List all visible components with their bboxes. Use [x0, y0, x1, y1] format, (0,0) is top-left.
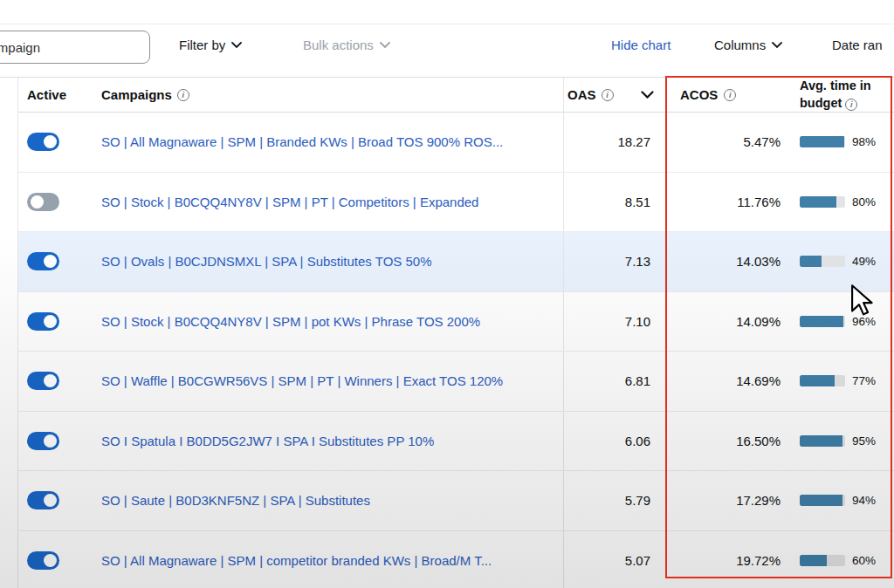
active-cell — [18, 252, 88, 270]
campaign-cell: SO | Stock | B0CQQ4NY8V | SPM | pot KWs … — [88, 292, 564, 352]
info-icon[interactable]: i — [177, 89, 189, 101]
date-range-dropdown[interactable]: Date ran — [832, 38, 883, 52]
search-input[interactable] — [0, 31, 150, 64]
active-cell — [18, 491, 88, 509]
table-row[interactable]: SO | Ovals | B0CJDNSMXL | SPA | Substitu… — [18, 232, 894, 292]
campaign-link[interactable]: SO | All Magnaware | SPM | competitor br… — [101, 553, 492, 568]
roas-value: 5.79 — [564, 493, 666, 508]
budget-cell: 60% — [791, 554, 894, 567]
campaign-link[interactable]: SO | Stock | B0CQQ4NY8V | SPM | PT | Com… — [101, 195, 478, 209]
budget-cell: 98% — [791, 135, 894, 148]
active-cell — [18, 193, 88, 211]
active-cell — [18, 372, 88, 390]
budget-bar — [800, 256, 845, 267]
roas-value: 8.51 — [564, 195, 666, 209]
roas-value: 18.27 — [564, 134, 666, 149]
header-active: Active — [18, 87, 88, 102]
header-campaigns: Campaigns i — [88, 78, 564, 112]
budget-percent: 94% — [852, 494, 876, 507]
campaign-link[interactable]: SO | Stock | B0CQQ4NY8V | SPM | pot KWs … — [101, 314, 480, 329]
campaign-active-toggle[interactable] — [27, 432, 59, 450]
campaign-link[interactable]: SO | All Magnaware | SPM | Branded KWs |… — [101, 134, 503, 149]
roas-value: 6.06 — [564, 434, 666, 448]
header-avg-time-in-budget[interactable]: Avg. time in budget i — [791, 78, 894, 112]
active-cell — [18, 133, 88, 151]
budget-bar-fill — [800, 555, 827, 566]
columns-label: Columns — [714, 38, 766, 52]
budget-bar-fill — [800, 136, 844, 147]
campaign-link[interactable]: SO | Saute | B0D3KNF5NZ | SPA | Substitu… — [101, 493, 370, 508]
campaign-cell: SO | Stock | B0CQQ4NY8V | SPM | PT | Com… — [88, 173, 564, 232]
table-row[interactable]: SO I Spatula I B0DD5G2JW7 I SPA I Substi… — [18, 412, 894, 472]
chevron-down-icon — [231, 42, 242, 48]
toggle-knob — [44, 494, 57, 507]
budget-cell: 96% — [791, 315, 894, 328]
table-row[interactable]: SO | Stock | B0CQQ4NY8V | SPM | pot KWs … — [18, 292, 894, 352]
budget-percent: 95% — [852, 434, 876, 448]
table-row[interactable]: SO | Waffle | B0CGWR56VS | SPM | PT | Wi… — [18, 352, 894, 412]
budget-bar-fill — [800, 256, 822, 267]
active-cell — [18, 312, 88, 331]
toggle-knob — [44, 315, 57, 328]
columns-dropdown[interactable]: Columns — [714, 38, 782, 52]
campaign-cell: SO | All Magnaware | SPM | competitor br… — [88, 531, 564, 588]
acos-value: 14.69% — [666, 373, 791, 388]
bulk-actions-dropdown[interactable]: Bulk actions — [303, 38, 390, 52]
toggle-knob — [44, 255, 57, 268]
campaign-link[interactable]: SO I Spatula I B0DD5G2JW7 I SPA I Substi… — [101, 434, 434, 448]
date-range-label: Date ran — [832, 38, 883, 52]
chevron-down-icon — [772, 42, 782, 48]
budget-bar — [800, 555, 845, 566]
budget-bar — [800, 196, 845, 208]
table-row[interactable]: SO | All Magnaware | SPM | competitor br… — [18, 531, 894, 588]
campaign-cell: SO | All Magnaware | SPM | Branded KWs |… — [88, 113, 564, 172]
campaign-cell: SO | Waffle | B0CGWR56VS | SPM | PT | Wi… — [88, 352, 564, 411]
budget-bar-fill — [800, 196, 836, 208]
toggle-knob — [44, 135, 57, 148]
campaign-active-toggle[interactable] — [27, 312, 59, 331]
table-row[interactable]: SO | Stock | B0CQQ4NY8V | SPM | PT | Com… — [18, 173, 894, 233]
budget-cell: 95% — [791, 434, 894, 448]
campaign-active-toggle[interactable] — [27, 252, 59, 270]
campaign-cell: SO I Spatula I B0DD5G2JW7 I SPA I Substi… — [88, 412, 564, 471]
table-row[interactable]: SO | Saute | B0D3KNF5NZ | SPA | Substitu… — [18, 471, 894, 531]
hide-chart-label: Hide chart — [611, 38, 670, 52]
campaign-active-toggle[interactable] — [27, 193, 59, 211]
budget-percent: 77% — [852, 374, 876, 387]
sort-chevron-down-icon[interactable] — [641, 91, 654, 99]
info-icon[interactable]: i — [724, 89, 736, 101]
budget-bar-fill — [800, 435, 842, 447]
campaign-active-toggle[interactable] — [27, 372, 59, 390]
budget-bar-fill — [800, 375, 835, 386]
budget-cell: 94% — [791, 494, 894, 507]
toggle-knob — [44, 554, 57, 567]
info-icon[interactable]: i — [602, 89, 614, 101]
roas-value: 6.81 — [564, 373, 666, 388]
campaign-cell: SO | Ovals | B0CJDNSMXL | SPA | Substitu… — [88, 232, 564, 291]
budget-cell: 77% — [791, 374, 894, 387]
campaign-active-toggle[interactable] — [27, 133, 59, 151]
campaign-active-toggle[interactable] — [27, 491, 59, 509]
campaign-cell: SO | Saute | B0D3KNF5NZ | SPA | Substitu… — [88, 471, 564, 530]
info-icon[interactable]: i — [845, 99, 857, 111]
header-avg-time-label: Avg. time in budget — [800, 79, 871, 110]
chevron-down-icon — [380, 42, 390, 48]
budget-bar — [800, 435, 845, 447]
campaigns-table: Active Campaigns i OAS i ACOS i Avg. tim… — [17, 78, 894, 588]
roas-value: 7.10 — [564, 314, 666, 329]
acos-value: 16.50% — [666, 434, 791, 448]
acos-value: 11.76% — [666, 195, 791, 209]
table-row[interactable]: SO | All Magnaware | SPM | Branded KWs |… — [18, 113, 894, 173]
acos-value: 14.09% — [666, 314, 791, 329]
hide-chart-link[interactable]: Hide chart — [611, 38, 670, 52]
roas-value: 5.07 — [564, 553, 666, 568]
active-cell — [18, 551, 88, 570]
top-strip — [0, 0, 894, 24]
filter-by-dropdown[interactable]: Filter by — [179, 38, 242, 52]
campaign-link[interactable]: SO | Waffle | B0CGWR56VS | SPM | PT | Wi… — [101, 373, 503, 388]
header-acos[interactable]: ACOS i — [666, 87, 791, 102]
header-campaigns-label: Campaigns — [101, 87, 172, 102]
campaign-active-toggle[interactable] — [27, 551, 59, 570]
campaign-link[interactable]: SO | Ovals | B0CJDNSMXL | SPA | Substitu… — [101, 254, 432, 269]
header-roas[interactable]: OAS i — [564, 87, 666, 102]
